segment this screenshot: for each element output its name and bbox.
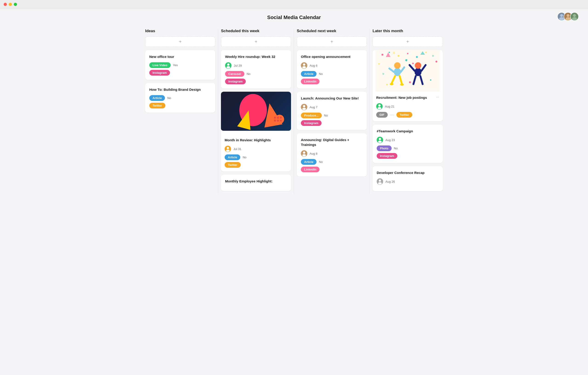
app-header: Social Media Calendar [0, 9, 588, 24]
tag-article[interactable]: Article [149, 95, 165, 101]
svg-point-15 [302, 154, 306, 157]
tag-instagram[interactable]: Instagram [149, 70, 170, 75]
svg-point-54 [378, 182, 382, 184]
value-no: No [247, 72, 251, 75]
tag-twitter[interactable]: Twitter [397, 112, 412, 118]
avatar [301, 150, 307, 157]
svg-point-35 [390, 83, 393, 85]
tag-article[interactable]: Article [301, 159, 316, 165]
minimize-button[interactable] [9, 3, 12, 6]
card-meta: Jul 31 [225, 146, 287, 152]
value-no: No [319, 160, 323, 164]
column-later-month: Later this month + [370, 29, 446, 194]
svg-point-24 [378, 63, 380, 64]
card-meta: Aug 6 [301, 62, 363, 69]
value-no: No [242, 156, 246, 159]
svg-point-3 [566, 17, 570, 21]
date: Jul 29 [234, 64, 242, 67]
column-header-scheduled-week: Scheduled this week [221, 29, 291, 33]
svg-point-44 [430, 79, 431, 81]
date: Aug 26 [385, 180, 395, 183]
tag-twitter[interactable]: Twitter [225, 162, 241, 168]
svg-rect-16 [376, 50, 440, 91]
card-title: Weekly Hire roundup: Week 32 [225, 54, 287, 59]
svg-point-19 [398, 55, 399, 57]
tag-linkedin[interactable]: LinkedIn [301, 167, 319, 172]
date: Aug 8 [310, 152, 317, 155]
card-teamwork-campaign: #Teamwork Campaign Aug 23 Photo No Insta… [373, 125, 443, 163]
svg-point-43 [409, 81, 411, 83]
svg-point-45 [386, 84, 388, 85]
svg-point-4 [573, 14, 576, 17]
traffic-lights [4, 3, 17, 6]
maximize-button[interactable] [14, 3, 17, 6]
card-brand-design: How To: Building Brand Design Article No… [145, 83, 215, 113]
svg-point-0 [560, 14, 563, 17]
tag-twitter[interactable]: Twitter [149, 103, 165, 108]
column-scheduled-next-week: Scheduled next week + Office opening ann… [294, 29, 370, 194]
svg-point-18 [389, 52, 390, 53]
user-avatars [557, 12, 579, 21]
tag-gif[interactable]: GIF [376, 112, 388, 118]
column-header-scheduled-next-week: Scheduled next week [297, 29, 367, 33]
tag-instagram[interactable]: Instagram [225, 79, 246, 84]
card-title: Announcing: Digital Guides + Trainings [301, 137, 363, 147]
svg-point-51 [379, 138, 381, 140]
tag-instagram[interactable]: Instagram [377, 153, 397, 159]
card-meta: Aug 26 [377, 178, 439, 185]
more-options-button[interactable]: ··· [436, 95, 439, 99]
plus-icon: + [406, 39, 409, 44]
card-dev-conference: Developer Conference Recap Aug 26 [373, 166, 443, 191]
card-month-review: Month in Review: Highlights Jul 31 Artic… [221, 92, 291, 171]
tag-produce[interactable]: Produce... [301, 113, 322, 118]
svg-point-12 [303, 105, 305, 107]
column-header-ideas: Ideas [145, 29, 215, 33]
value-no: No [167, 96, 171, 100]
add-card-scheduled-next-week[interactable]: + [297, 37, 367, 47]
card-tags: Article No [301, 159, 363, 165]
card-monthly-employee: Monthly Employee Highlight: [221, 175, 291, 191]
tag-linkedin[interactable]: LinkedIn [301, 79, 319, 84]
card-tags: Photo No [377, 145, 439, 151]
tag-article[interactable]: Article [225, 154, 240, 160]
avatar [301, 62, 307, 69]
card-weekly-hire: Weekly Hire roundup: Week 32 Jul 29 Caro… [221, 50, 291, 88]
tag-live-video[interactable]: Live Video [149, 62, 171, 68]
tag-article[interactable]: Article [301, 71, 316, 77]
card-meta: Aug 23 [377, 137, 439, 143]
column-ideas: Ideas + New office tour Live Video Yes I… [142, 29, 218, 194]
svg-point-53 [379, 180, 381, 182]
tag-instagram[interactable]: Instagram [301, 120, 322, 126]
card-title: Month in Review: Highlights [225, 138, 287, 142]
date: Aug 6 [310, 64, 317, 67]
add-card-scheduled-week[interactable]: + [221, 37, 291, 47]
svg-point-50 [378, 107, 381, 109]
card-new-site-launch: Launch: Announcing Our New Site! Aug 7 P… [297, 92, 367, 130]
add-card-later-month[interactable]: + [373, 37, 443, 47]
card-title: Monthly Employee Highlight: [225, 179, 287, 184]
column-header-later-month: Later this month [373, 29, 443, 33]
add-card-ideas[interactable]: + [145, 37, 215, 47]
plus-icon: + [179, 39, 182, 44]
card-tags: Article No [225, 154, 287, 160]
svg-point-22 [425, 52, 427, 53]
tag-photo[interactable]: Photo [377, 145, 392, 151]
card-meta: Aug 21 [376, 103, 439, 110]
svg-point-1 [559, 17, 564, 21]
card-office-announcement: Office opening announcement Aug 6 Articl… [297, 50, 367, 88]
svg-point-7 [226, 66, 230, 68]
card-new-office-tour: New office tour Live Video Yes Instagram [145, 50, 215, 80]
tag-carousel[interactable]: Carousel [225, 71, 244, 77]
card-tags: Carousel No [225, 71, 287, 77]
celebration-image [373, 50, 443, 91]
svg-point-6 [227, 64, 230, 66]
card-tags: GIF — Twitter [376, 112, 439, 118]
close-button[interactable] [4, 3, 7, 6]
card-title: Launch: Announcing Our New Site! [301, 96, 363, 101]
svg-point-25 [435, 61, 437, 63]
svg-point-21 [416, 56, 418, 58]
page-title: Social Media Calendar [267, 14, 321, 21]
avatar [225, 62, 231, 69]
avatar-3[interactable] [570, 12, 579, 21]
date: Aug 7 [310, 106, 317, 109]
